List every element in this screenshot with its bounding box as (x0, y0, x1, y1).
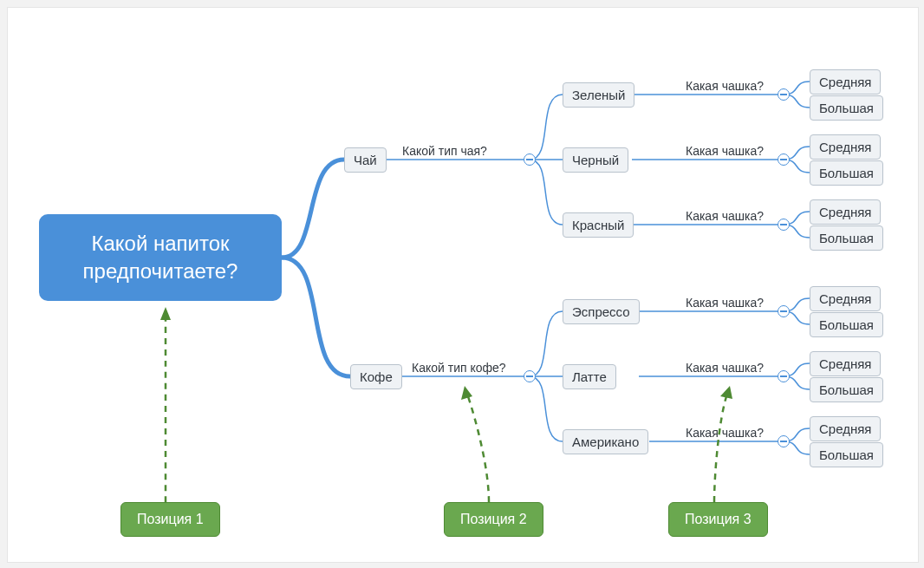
edge-cup-question: Какая чашка? (686, 79, 764, 93)
node-cup-medium[interactable]: Средняя (810, 134, 881, 160)
node-cup-large[interactable]: Большая (810, 160, 883, 186)
collapse-icon[interactable] (778, 153, 790, 166)
position-label-3: Позиция 3 (668, 502, 768, 537)
edge-cup-question: Какая чашка? (686, 426, 764, 440)
node-tea-black[interactable]: Черный (563, 147, 628, 173)
svg-marker-1 (461, 386, 472, 400)
position-label-1: Позиция 1 (120, 502, 220, 537)
node-coffee-americano[interactable]: Американо (563, 429, 648, 454)
node-cup-medium[interactable]: Средняя (810, 416, 881, 441)
node-cup-medium[interactable]: Средняя (810, 199, 881, 225)
collapse-icon[interactable] (778, 435, 790, 447)
node-tea[interactable]: Чай (344, 147, 387, 173)
node-coffee-latte[interactable]: Латте (563, 364, 616, 389)
edge-cup-question: Какая чашка? (686, 296, 764, 310)
collapse-icon[interactable] (778, 370, 790, 382)
node-tea-green[interactable]: Зеленый (563, 82, 634, 108)
diagram-canvas: Какой напиток предпочитаете? Чай Кофе Ка… (7, 7, 919, 563)
collapse-icon[interactable] (778, 88, 790, 101)
node-cup-medium[interactable]: Средняя (810, 286, 881, 311)
edge-cup-question: Какая чашка? (686, 361, 764, 375)
node-cup-medium[interactable]: Средняя (810, 351, 881, 376)
node-cup-large[interactable]: Большая (810, 312, 883, 337)
svg-marker-0 (160, 307, 171, 320)
node-cup-large[interactable]: Большая (810, 225, 883, 251)
edge-tea-question: Какой тип чая? (402, 144, 487, 158)
collapse-icon[interactable] (524, 370, 536, 382)
edge-coffee-question: Какой тип кофе? (412, 361, 506, 375)
root-line1: Какой напиток (91, 232, 229, 255)
edge-cup-question: Какая чашка? (686, 209, 764, 223)
node-coffee-espresso[interactable]: Эспрессо (563, 299, 640, 324)
node-tea-red[interactable]: Красный (563, 212, 634, 238)
node-cup-large[interactable]: Большая (810, 377, 883, 402)
position-label-2: Позиция 2 (444, 502, 543, 537)
root-line2: предпочитаете? (83, 259, 238, 283)
collapse-icon[interactable] (778, 219, 790, 231)
node-cup-large[interactable]: Большая (810, 442, 883, 467)
collapse-icon[interactable] (524, 153, 536, 166)
edge-cup-question: Какая чашка? (686, 144, 764, 158)
node-cup-large[interactable]: Большая (810, 95, 883, 121)
root-node[interactable]: Какой напиток предпочитаете? (39, 214, 282, 301)
node-cup-medium[interactable]: Средняя (810, 69, 881, 95)
node-coffee[interactable]: Кофе (350, 364, 402, 389)
svg-marker-2 (720, 386, 732, 399)
collapse-icon[interactable] (778, 305, 790, 317)
